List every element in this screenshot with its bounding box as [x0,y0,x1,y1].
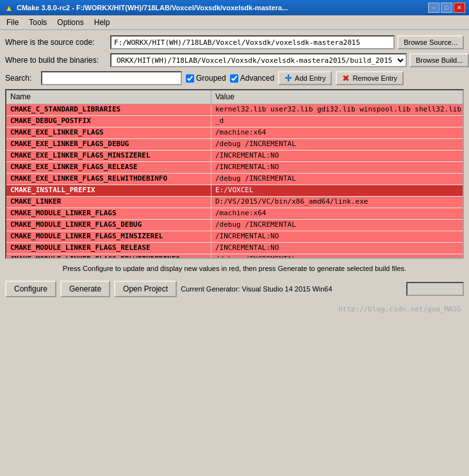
grouped-label: Grouped [196,74,226,83]
cell-value: /INCREMENTAL:NO [211,162,463,173]
progress-bar [406,282,464,296]
cell-name: CMAKE_EXE_LINKER_FLAGS_RELWITHDEBINFO [6,174,211,185]
browse-build-button[interactable]: Browse Build... [409,53,469,67]
search-label: Search: [5,74,37,83]
cell-name: CMAKE_DEBUG_POSTFIX [6,116,211,127]
status-text: Press Configure to update and display ne… [63,265,406,272]
table-row[interactable]: CMAKE_DEBUG_POSTFIX_d [6,116,463,127]
main-window: Where is the source code: Browse Source.… [0,30,469,475]
remove-label: Remove Entry [352,74,397,82]
table-row[interactable]: CMAKE_MODULE_LINKER_FLAGS_DEBUG/debug /I… [6,220,463,231]
table-row[interactable]: CMAKE_MODULE_LINKER_FLAGS_MINSIZEREL/INC… [6,231,463,243]
build-row: Where to build the binaries: ORKX/HIT(WH… [5,53,464,67]
lower-area: http://blog.csdn.net/gua_MASS [5,304,464,471]
cell-name: CMAKE_MODULE_LINKER_FLAGS_DEBUG [6,220,211,231]
cell-value: /machine:x64 [211,127,463,138]
cell-value: D:/VS/2015/VC/bin/x86_amd64/link.exe [211,197,463,208]
cell-name: CMAKE_C_STANDARD_LIBRARIES [6,104,211,115]
table-row[interactable]: CMAKE_MODULE_LINKER_FLAGS_RELEASE/INCREM… [6,243,463,254]
generate-button[interactable]: Generate [60,281,110,297]
search-input[interactable] [41,71,182,85]
table-row[interactable]: CMAKE_INSTALL_PREFIXE:/VOXCEL [6,185,463,197]
cell-value: kernel32.lib user32.lib gdi32.lib winspo… [211,104,463,115]
title-bar: ▲ CMake 3.8.0-rc2 - F:/WORKX/HIT(WH)/718… [0,0,469,15]
cell-name: CMAKE_EXE_LINKER_FLAGS_RELEASE [6,162,211,173]
build-label: Where to build the binaries: [5,56,108,65]
menu-bar: FileToolsOptionsHelp [0,15,469,30]
menu-item-help[interactable]: Help [90,17,114,28]
search-row: Search: Grouped Advanced ✛ Add Entry ✖ R… [5,71,464,85]
window-controls: − □ ✕ [428,3,465,13]
menu-item-file[interactable]: File [3,17,22,28]
remove-entry-button[interactable]: ✖ Remove Entry [336,71,404,85]
table-row[interactable]: CMAKE_LINKERD:/VS/2015/VC/bin/x86_amd64/… [6,197,463,208]
source-input[interactable] [110,35,395,49]
advanced-label: Advanced [240,74,274,83]
cell-name: CMAKE_EXE_LINKER_FLAGS_MINSIZEREL [6,151,211,161]
status-bar: Press Configure to update and display ne… [5,263,464,274]
grouped-checkbox[interactable] [186,74,194,83]
cell-name: CMAKE_EXE_LINKER_FLAGS_DEBUG [6,139,211,150]
cmake-table: Name Value CMAKE_C_STANDARD_LIBRARIESker… [5,89,464,259]
cell-value: /machine:x64 [211,208,463,219]
col-name-header: Name [6,90,211,104]
maximize-button[interactable]: □ [441,3,452,13]
table-row[interactable]: CMAKE_EXE_LINKER_FLAGS_RELWITHDEBINFO/de… [6,174,463,185]
cell-value: /INCREMENTAL:NO [211,243,463,254]
cell-name: CMAKE_MODULE_LINKER_FLAGS_RELEASE [6,243,211,254]
table-row[interactable]: CMAKE_EXE_LINKER_FLAGS_RELEASE/INCREMENT… [6,162,463,174]
remove-icon: ✖ [342,73,350,83]
cell-value: /debug /INCREMENTAL [211,139,463,150]
menu-item-options[interactable]: Options [53,17,87,28]
table-row[interactable]: CMAKE_EXE_LINKER_FLAGS_MINSIZEREL/INCREM… [6,151,463,162]
table-row[interactable]: CMAKE_MODULE_LINKER_FLAGS_RELWITHDEBINFO… [6,254,463,258]
cell-value: /debug /INCREMENTAL [211,174,463,185]
cell-value: /INCREMENTAL:NO [211,231,463,242]
title-text: CMake 3.8.0-rc2 - F:/WORKX/HIT(WH)/718LA… [17,4,428,12]
advanced-checkbox-label[interactable]: Advanced [230,74,274,83]
table-row[interactable]: CMAKE_EXE_LINKER_FLAGS_DEBUG/debug /INCR… [6,139,463,151]
source-label: Where is the source code: [5,38,108,47]
cell-value: /debug /INCREMENTAL [211,220,463,231]
advanced-checkbox[interactable] [230,74,238,83]
scroll-placeholder [452,90,463,104]
cell-name: CMAKE_MODULE_LINKER_FLAGS_RELWITHDEBINFO [6,254,211,258]
add-entry-button[interactable]: ✛ Add Entry [278,71,332,85]
table-header: Name Value [6,90,463,104]
cell-name: CMAKE_LINKER [6,197,211,208]
browse-source-button[interactable]: Browse Source... [397,35,464,49]
add-label: Add Entry [295,74,325,82]
cell-name: CMAKE_EXE_LINKER_FLAGS [6,127,211,138]
col-value-header: Value [211,90,452,104]
watermark: http://blog.csdn.net/gua_MASS [5,304,464,315]
cell-value: _d [211,116,463,127]
configure-button[interactable]: Configure [5,281,56,297]
source-row: Where is the source code: Browse Source.… [5,35,464,49]
grouped-checkbox-label[interactable]: Grouped [186,74,226,83]
add-icon: ✛ [284,73,292,83]
cell-name: CMAKE_MODULE_LINKER_FLAGS_MINSIZEREL [6,231,211,242]
table-body[interactable]: CMAKE_C_STANDARD_LIBRARIESkernel32.lib u… [6,104,463,258]
cell-name: CMAKE_INSTALL_PREFIX [6,185,211,196]
cell-value: /debug /INCREMENTAL [211,254,463,258]
bottom-toolbar: Configure Generate Open Project Current … [5,278,464,300]
open-project-button[interactable]: Open Project [114,281,177,297]
table-row[interactable]: CMAKE_EXE_LINKER_FLAGS/machine:x64 [6,127,463,139]
cell-name: CMAKE_MODULE_LINKER_FLAGS [6,208,211,219]
close-button[interactable]: ✕ [454,3,465,13]
build-select[interactable]: ORKX/HIT(WH)/718LAB/Voxcel/Voxsdk/voxels… [110,53,407,67]
cell-value: E:/VOXCEL [211,185,463,196]
menu-item-tools[interactable]: Tools [25,17,51,28]
generator-label: Current Generator: Visual Studio 14 2015… [181,285,402,293]
table-row[interactable]: CMAKE_MODULE_LINKER_FLAGS/machine:x64 [6,208,463,220]
cell-value: /INCREMENTAL:NO [211,151,463,161]
minimize-button[interactable]: − [428,3,440,13]
table-row[interactable]: CMAKE_C_STANDARD_LIBRARIESkernel32.lib u… [6,104,463,116]
app-icon: ▲ [4,3,14,13]
